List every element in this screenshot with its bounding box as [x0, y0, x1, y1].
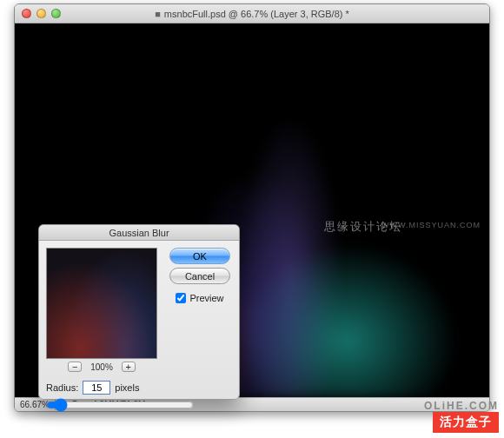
gaussian-blur-dialog: Gaussian Blur − 100% + Radius: pixels OK… — [38, 224, 240, 400]
minimize-button[interactable] — [36, 9, 46, 18]
watermark-olihe: OLiHE.COM — [424, 400, 499, 412]
unsaved-icon: ■ — [155, 9, 161, 19]
zoom-button[interactable] — [51, 9, 61, 18]
preview-checkbox[interactable] — [176, 293, 186, 303]
dialog-buttons: OK Cancel Preview — [168, 248, 232, 303]
window-title-text: msnbcFull.psd @ 66.7% (Layer 3, RGB/8) * — [164, 9, 349, 19]
radius-label: Radius: — [46, 382, 78, 393]
traffic-lights — [15, 9, 61, 18]
zoom-row: − 100% + — [46, 362, 157, 372]
watermark-url: WWW.MISSYUAN.COM — [381, 221, 481, 229]
radius-row: Radius: pixels — [46, 381, 232, 395]
preview-row[interactable]: Preview — [176, 293, 223, 303]
preview-thumbnail[interactable] — [46, 248, 157, 359]
radius-unit: pixels — [115, 382, 139, 393]
close-button[interactable] — [22, 9, 31, 18]
watermark-brand: 活力盒子 — [433, 412, 499, 433]
dialog-title: Gaussian Blur — [39, 225, 239, 241]
zoom-out-button[interactable]: − — [68, 362, 82, 372]
radius-slider[interactable] — [46, 398, 194, 412]
titlebar: ■msnbcFull.psd @ 66.7% (Layer 3, RGB/8) … — [15, 4, 489, 23]
preview-label: Preview — [189, 293, 223, 303]
ok-button[interactable]: OK — [169, 248, 230, 264]
zoom-in-button[interactable]: + — [122, 362, 136, 372]
zoom-percent: 100% — [90, 362, 113, 372]
radius-input[interactable] — [83, 381, 110, 395]
dialog-body: − 100% + Radius: pixels OK Cancel Previe… — [39, 241, 239, 421]
cancel-button[interactable]: Cancel — [169, 268, 230, 284]
window-title: ■msnbcFull.psd @ 66.7% (Layer 3, RGB/8) … — [15, 9, 489, 19]
